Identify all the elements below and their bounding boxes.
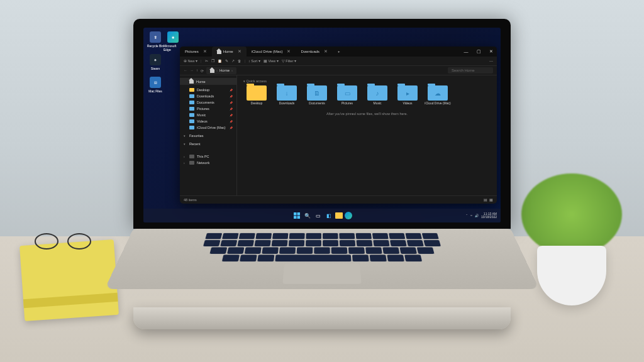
- empty-message: After you've pinned some files, we'll sh…: [243, 112, 491, 116]
- folder-pictures[interactable]: ▭Pictures: [334, 85, 360, 106]
- home-icon: [217, 50, 221, 54]
- status-bar: 48 items ▤ ▦: [180, 195, 497, 204]
- explorer-icon[interactable]: [335, 212, 343, 219]
- pin-icon: 📌: [230, 89, 233, 92]
- toolbar: ⊕ New ▾ | ✂ ❐ 📋 ✎ ↗ 🗑 | ↕ Sort ▾ ▦ View …: [180, 57, 497, 66]
- plant-prop: [521, 173, 622, 255]
- desktop-icon-steam[interactable]: ◈Steam: [146, 54, 165, 70]
- cut-button[interactable]: ✂: [205, 59, 208, 63]
- pin-icon: 📌: [230, 126, 233, 129]
- sort-button[interactable]: ↕ Sort ▾: [248, 59, 260, 63]
- view-button[interactable]: ▦ View ▾: [264, 59, 279, 63]
- nav-desktop[interactable]: Desktop📌: [180, 87, 236, 93]
- folder-music[interactable]: ♪Music: [364, 85, 391, 106]
- file-explorer-window: Pictures✕ Home✕ iCloud Drive (Mac)✕ Down…: [180, 47, 497, 204]
- close-icon[interactable]: ✕: [324, 49, 328, 54]
- folder-icon: [189, 107, 194, 111]
- refresh-button[interactable]: ⟳: [201, 69, 204, 73]
- nav-home[interactable]: Home: [180, 78, 236, 85]
- tab-home[interactable]: Home✕: [212, 47, 247, 57]
- taskbar: 🔍 ▭ ◧ ˄ ⌔ 🔊 11:13 AM 10/18/2022: [143, 209, 501, 222]
- up-button[interactable]: ↑: [196, 69, 198, 72]
- nav-documents[interactable]: Documents📌: [180, 99, 236, 106]
- taskview-icon[interactable]: ▭: [314, 211, 323, 220]
- close-icon[interactable]: ✕: [238, 49, 242, 54]
- section-quick-access[interactable]: Quick access: [243, 79, 491, 83]
- share-button[interactable]: ↗: [231, 59, 235, 63]
- breadcrumb[interactable]: ›Home›: [206, 67, 236, 74]
- start-button[interactable]: [292, 211, 301, 220]
- minimize-button[interactable]: —: [460, 48, 472, 55]
- tab-icloud[interactable]: iCloud Drive (Mac)✕: [247, 47, 296, 57]
- nav-thispc[interactable]: ›This PC: [180, 153, 236, 160]
- folder-icon: [189, 119, 194, 123]
- pin-icon: 📌: [230, 107, 233, 111]
- folder-label: Pictures: [341, 102, 353, 106]
- copy-button[interactable]: ❐: [211, 59, 214, 63]
- rename-button[interactable]: ✎: [225, 59, 228, 63]
- folder-label: Documents: [309, 102, 325, 106]
- close-icon[interactable]: ✕: [287, 49, 291, 54]
- pin-icon: 📌: [230, 95, 233, 98]
- tab-bar: Pictures✕ Home✕ iCloud Drive (Mac)✕ Down…: [180, 47, 497, 57]
- desktop-icon-mac-files[interactable]: ▤Mac Files: [146, 77, 165, 93]
- nav-videos[interactable]: Videos📌: [180, 118, 236, 124]
- nav-panel: Home Desktop📌 Downloads📌 Documents📌 Pict…: [180, 75, 237, 195]
- search-input[interactable]: Search Home: [448, 67, 493, 74]
- folder-downloads[interactable]: ↓Downloads: [274, 85, 300, 106]
- folder-icon: [189, 126, 194, 129]
- volume-icon[interactable]: 🔊: [475, 214, 479, 217]
- folder-icon: [189, 88, 194, 92]
- new-button[interactable]: ⊕ New ▾: [184, 59, 197, 63]
- nav-music[interactable]: Music📌: [180, 112, 236, 118]
- tab-pictures[interactable]: Pictures✕: [180, 47, 212, 57]
- folder-icon: 🗎: [307, 85, 327, 101]
- svg-rect-0: [294, 212, 297, 216]
- forward-button[interactable]: →: [190, 69, 194, 72]
- folder-label: Desktop: [251, 102, 262, 106]
- close-button[interactable]: ✕: [486, 48, 497, 55]
- search-icon[interactable]: 🔍: [303, 211, 312, 220]
- tab-downloads[interactable]: Downloads✕: [296, 47, 333, 57]
- filter-button[interactable]: ▽ Filter ▾: [282, 59, 296, 63]
- folder-icloud-drive-mac-[interactable]: ☁iCloud Drive (Mac): [425, 85, 451, 106]
- address-bar: ← → ↑ ⟳ ›Home› Search Home: [180, 66, 497, 75]
- delete-button[interactable]: 🗑: [238, 59, 242, 63]
- folder-documents[interactable]: 🗎Documents: [304, 85, 330, 106]
- view-tiles-icon[interactable]: ▦: [489, 198, 493, 202]
- view-details-icon[interactable]: ▤: [484, 198, 487, 202]
- nav-downloads[interactable]: Downloads📌: [180, 93, 236, 99]
- folder-desktop[interactable]: Desktop: [243, 85, 270, 106]
- back-button[interactable]: ←: [184, 69, 187, 72]
- folder-icon: [189, 94, 194, 98]
- system-tray[interactable]: ˄ ⌔ 🔊 11:13 AM 10/18/2022: [466, 212, 497, 219]
- nav-pictures[interactable]: Pictures📌: [180, 106, 236, 112]
- folder-videos[interactable]: ▸Videos: [394, 85, 421, 106]
- widgets-icon[interactable]: ◧: [325, 211, 333, 220]
- wifi-icon[interactable]: ⌔: [470, 214, 472, 217]
- laptop-screen: 🗑Recycle Bin ◉Microsoft Edge ◈Steam ▤Mac…: [143, 28, 501, 222]
- nav-icloud[interactable]: iCloud Drive (Mac)📌: [180, 124, 236, 131]
- content-area: Quick access Desktop↓Downloads🗎Documents…: [237, 75, 497, 195]
- pin-icon: 📌: [230, 120, 233, 123]
- maximize-button[interactable]: ▢: [473, 48, 484, 55]
- folder-icon: [247, 85, 267, 101]
- folder-label: iCloud Drive (Mac): [425, 102, 450, 106]
- nav-recent[interactable]: ▾Recent: [180, 141, 236, 147]
- folder-label: Downloads: [279, 102, 295, 106]
- chevron-up-icon[interactable]: ˄: [466, 214, 468, 217]
- folder-icon: ▭: [337, 85, 357, 101]
- new-tab-button[interactable]: +: [333, 47, 345, 57]
- desktop-icon-recycle-bin[interactable]: 🗑Recycle Bin: [146, 31, 165, 48]
- folder-icon: [189, 113, 194, 117]
- glasses-prop: [35, 233, 91, 252]
- close-icon[interactable]: ✕: [203, 49, 207, 54]
- pin-icon: 📌: [230, 101, 233, 104]
- edge-icon[interactable]: [345, 212, 352, 219]
- paste-button[interactable]: 📋: [218, 59, 222, 63]
- folder-icon: ↓: [277, 85, 297, 101]
- nav-network[interactable]: ›Network: [180, 160, 236, 166]
- more-button[interactable]: ⋯: [489, 59, 493, 63]
- nav-favorites[interactable]: ▾Favorites: [180, 133, 236, 139]
- folder-icon: ▸: [397, 85, 418, 101]
